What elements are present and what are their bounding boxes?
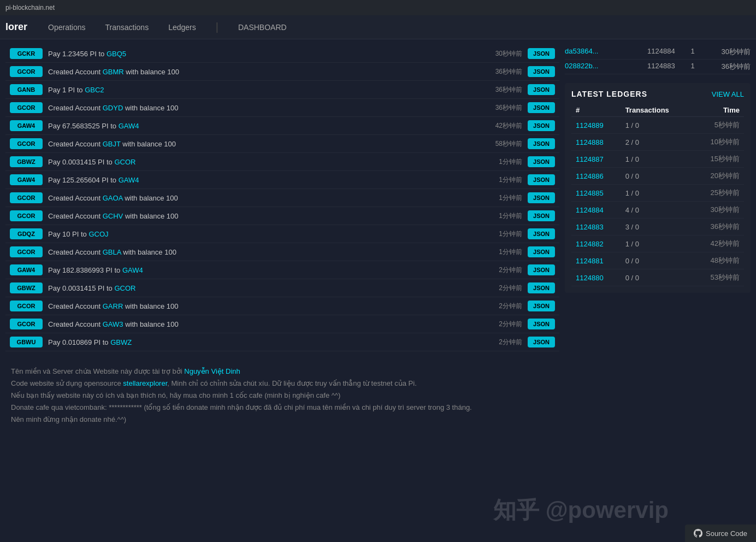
ledger-id[interactable]: 1124886: [571, 168, 621, 185]
op-link[interactable]: GBJT: [103, 140, 121, 148]
json-button[interactable]: JSON: [528, 301, 555, 311]
col-id: #: [571, 104, 621, 117]
json-button[interactable]: JSON: [528, 156, 555, 167]
nav-dashboard[interactable]: DASHBOARD: [234, 21, 291, 34]
ledger-row: 1124888 2 / 0 10秒钟前: [571, 134, 744, 151]
operation-row: GCORCreated Account GCHV with balance 10…: [5, 207, 559, 225]
nav-operations[interactable]: Operations: [44, 21, 90, 34]
op-link[interactable]: GAW4: [119, 176, 139, 184]
op-badge[interactable]: GAW4: [10, 174, 43, 185]
operation-row: GCORCreated Account GAOA with balance 10…: [5, 189, 559, 207]
tx-ops: 1: [691, 47, 707, 57]
op-link[interactable]: GAW3: [103, 320, 123, 328]
json-button[interactable]: JSON: [528, 192, 555, 203]
op-link[interactable]: GAW4: [119, 122, 139, 130]
ledger-id[interactable]: 1124885: [571, 185, 621, 202]
json-button[interactable]: JSON: [528, 246, 555, 257]
tx-hash[interactable]: 028822b...: [565, 62, 643, 72]
tx-row: da53864... 1124884 1 30秒钟前: [565, 45, 751, 60]
operation-row: GAW4Pay 67.5683525 PI to GAW442秒钟前JSON: [5, 117, 559, 135]
op-link[interactable]: GAW4: [122, 266, 143, 274]
source-code-button[interactable]: Source Code: [685, 525, 756, 542]
op-badge[interactable]: GCOR: [10, 210, 43, 221]
op-badge[interactable]: GBWU: [10, 337, 43, 347]
json-button[interactable]: JSON: [528, 84, 555, 95]
op-description: Created Account GBLA with balance 100: [48, 248, 479, 256]
op-badge[interactable]: GCKR: [10, 48, 43, 59]
op-badge[interactable]: GCOR: [10, 66, 43, 77]
json-button[interactable]: JSON: [528, 102, 555, 113]
ledger-row: 1124880 0 / 0 53秒钟前: [571, 269, 744, 286]
ledger-id[interactable]: 1124880: [571, 269, 621, 286]
op-badge[interactable]: GDQZ: [10, 228, 43, 239]
op-badge[interactable]: GCOR: [10, 301, 43, 311]
json-button[interactable]: JSON: [528, 264, 555, 275]
nav-ledgers[interactable]: Ledgers: [164, 21, 200, 34]
ledger-id[interactable]: 1124887: [571, 151, 621, 168]
view-all-link[interactable]: VIEW ALL: [712, 90, 744, 98]
op-badge[interactable]: GCOR: [10, 319, 43, 329]
source-code-label: Source Code: [706, 529, 747, 538]
ledger-txs: 1 / 0: [621, 185, 693, 202]
json-button[interactable]: JSON: [528, 66, 555, 77]
op-time: 1分钟前: [484, 229, 522, 239]
op-badge[interactable]: GCOR: [10, 192, 43, 203]
op-badge[interactable]: GAW4: [10, 264, 43, 275]
json-button[interactable]: JSON: [528, 174, 555, 185]
main-layout: GCKRPay 1.23456 PI to GBQ530秒钟前JSONGCORC…: [0, 39, 756, 357]
json-button[interactable]: JSON: [528, 282, 555, 293]
tx-hash[interactable]: da53864...: [565, 47, 643, 57]
op-link[interactable]: GCHV: [103, 212, 123, 220]
op-badge[interactable]: GAW4: [10, 120, 43, 131]
op-link[interactable]: GBQ5: [107, 50, 126, 58]
footer: Tên miền và Server chứa Website này được…: [0, 357, 492, 431]
ledger-time: 5秒钟前: [692, 117, 744, 134]
op-link[interactable]: GCOR: [114, 284, 135, 292]
op-badge[interactable]: GCOR: [10, 138, 43, 149]
op-badge[interactable]: GCOR: [10, 102, 43, 113]
ledger-id[interactable]: 1124883: [571, 219, 621, 235]
op-badge[interactable]: GANB: [10, 84, 43, 95]
op-description: Created Account GBMR with balance 100: [48, 68, 479, 76]
ledger-id[interactable]: 1124889: [571, 117, 621, 134]
opensource-link[interactable]: stellarexplorer: [123, 379, 167, 387]
op-link[interactable]: GCOR: [114, 158, 135, 166]
ledger-row: 1124885 1 / 0 25秒钟前: [571, 185, 744, 202]
json-button[interactable]: JSON: [528, 228, 555, 239]
op-badge[interactable]: GBWZ: [10, 156, 43, 167]
ledger-row: 1124887 1 / 0 15秒钟前: [571, 151, 744, 168]
nav-transactions[interactable]: Transactions: [101, 21, 153, 34]
json-button[interactable]: JSON: [528, 337, 555, 347]
op-link[interactable]: GAOA: [103, 194, 123, 202]
op-badge[interactable]: GBWZ: [10, 282, 43, 293]
col-txs: Transactions: [621, 104, 693, 117]
sponsor-link[interactable]: Nguyễn Việt Dinh: [184, 367, 240, 375]
ledger-id[interactable]: 1124882: [571, 235, 621, 252]
json-button[interactable]: JSON: [528, 138, 555, 149]
footer-line2: Code website sử dụng opensource stellare…: [11, 378, 481, 390]
ledger-txs: 1 / 0: [621, 235, 693, 252]
op-link[interactable]: GBC2: [85, 86, 104, 94]
op-badge[interactable]: GCOR: [10, 246, 43, 257]
json-button[interactable]: JSON: [528, 120, 555, 131]
op-description: Pay 67.5683525 PI to GAW4: [48, 122, 479, 130]
ledger-id[interactable]: 1124881: [571, 252, 621, 269]
op-link[interactable]: GBMR: [103, 68, 124, 76]
op-description: Created Account GCHV with balance 100: [48, 212, 479, 220]
watermark: 知乎 @powervip: [493, 495, 669, 526]
json-button[interactable]: JSON: [528, 210, 555, 221]
ledger-id[interactable]: 1124884: [571, 202, 621, 219]
op-description: Pay 1 PI to GBC2: [48, 86, 479, 94]
ledger-txs: 0 / 0: [621, 269, 693, 286]
op-link[interactable]: GCOJ: [88, 230, 108, 238]
json-button[interactable]: JSON: [528, 48, 555, 59]
op-link[interactable]: GARR: [103, 302, 123, 310]
nav-divider: |: [216, 21, 218, 33]
op-link[interactable]: GBLA: [103, 248, 121, 256]
op-link[interactable]: GDYD: [103, 104, 123, 112]
op-link[interactable]: GBWZ: [110, 338, 132, 346]
ledger-id[interactable]: 1124888: [571, 134, 621, 151]
json-button[interactable]: JSON: [528, 319, 555, 329]
ledger-row: 1124884 4 / 0 30秒钟前: [571, 202, 744, 219]
op-time: 1分钟前: [484, 157, 522, 167]
